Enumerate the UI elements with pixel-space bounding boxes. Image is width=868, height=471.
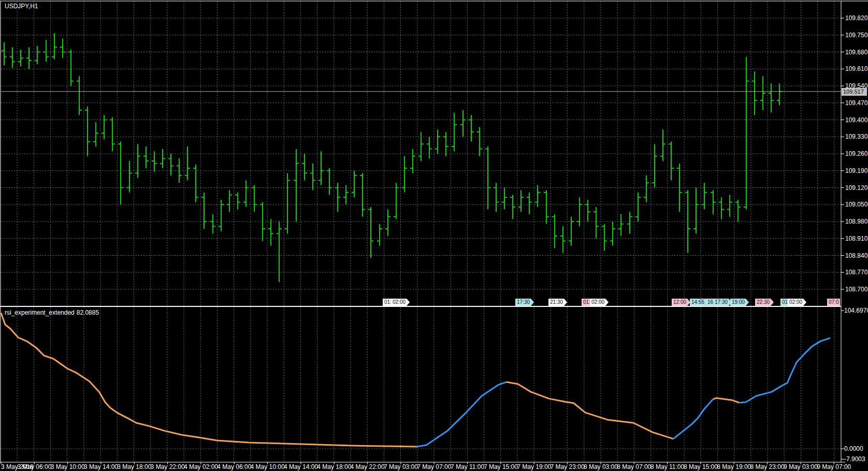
price-axis-label: 108.910 [845,235,867,242]
indicator-segment-blue [417,382,507,447]
indicator-line [1,313,830,447]
time-separator-badge: 02:00 [391,299,410,306]
time-axis-label: 4 May 18:00 [317,463,351,470]
time-axis-label: 9 May 07:00 [817,463,851,470]
time-axis-label: 7 May 19:00 [517,463,551,470]
price-axis-label: 108.700 [845,286,867,293]
chart-canvas[interactable] [0,0,868,471]
time-axis-label: 3 May 22:00 [151,463,185,470]
grid [1,2,841,462]
indicator-axis-label: 0.0000 [844,445,863,452]
price-axis-label: 109.610 [845,65,867,72]
time-separator-badge: 07:0 [827,299,840,306]
indicator-current-value: 82.0885 [77,309,99,316]
time-separator-badge: 12:00 [672,299,690,306]
time-separator-badge: 22:30 [755,299,774,306]
indicator-segment-blue [739,338,830,403]
price-axis-label: 108.770 [845,269,867,276]
time-axis-label: 7 May 07:00 [417,463,451,470]
time-axis-label: 8 May 19:00 [717,463,751,470]
indicator-segment-orange [1,313,417,447]
indicator-axis-label: -7.9003 [844,455,865,463]
time-axis-label: 4 May 14:00 [284,463,318,470]
time-axis-label: 9 May 03:00 [784,463,818,470]
time-axis-label: 8 May 11:00 [650,463,684,470]
time-axis-label: 7 May 23:00 [551,463,585,470]
time-axis-label: 8 May 03:00 [584,463,618,470]
price-axis-label: 109.260 [845,150,867,157]
time-axis-label: 8 May 15:00 [684,463,718,470]
time-axis-label: 4 May 02:00 [184,463,218,470]
time-axis-label: 3 May 14:00 [84,463,118,470]
time-axis-label: 7 May 15:00 [484,463,518,470]
time-axis-label: 7 May 03:00 [384,463,418,470]
indicator-segment-orange [713,398,739,403]
time-separator-badge: 17:30 [713,299,732,306]
chart-symbol-title: USDJPY,H1 [5,3,38,10]
time-separator-badge: 19:00 [730,299,749,306]
time-axis-label: 8 May 23:00 [750,463,785,470]
price-axis-label: 109.330 [845,133,867,140]
price-axis-label: 109.120 [845,184,867,192]
current-price-badge: 109.517 [842,88,867,96]
indicator-segment-blue [673,399,713,439]
price-axis-label: 109.820 [845,14,867,22]
indicator-label: rsi_experiment_extended82.0885 [5,309,101,316]
indicator-axis-label: 104.6970 [844,307,868,314]
price-axis-label: 109.400 [845,116,867,124]
time-axis-label: 3 May 18:00 [117,463,151,470]
price-axis-label: 109.470 [845,99,867,107]
price-axis-label: 109.190 [845,167,867,174]
time-axis-label: 7 May 11:00 [451,463,484,470]
time-axis-label: 3 May 06:00 [17,463,51,470]
price-axis-label: 108.840 [845,252,867,259]
ohlc-bar-series [2,33,782,282]
time-axis-label: 4 May 10:00 [251,463,285,470]
time-axis-label: 3 May 10:00 [51,463,85,470]
price-axis-label: 109.680 [845,49,867,56]
time-axis-label: 4 May 22:00 [351,463,385,470]
time-separator-badge: 02:00 [788,299,806,306]
time-separator-badge: 21:30 [548,299,567,306]
price-axis-label: 109.750 [845,32,867,39]
time-separator-badge: 02:00 [590,299,609,306]
time-axis-label: 4 May 06:00 [217,463,251,470]
time-axis-label: 8 May 07:00 [617,463,651,470]
price-axis-label: 109.050 [845,201,867,208]
mt4-chart-window: USDJPY,H1 rsi_experiment_extended82.0885… [0,0,868,471]
indicator-segment-orange [507,382,673,439]
indicator-name: rsi_experiment_extended [5,309,75,316]
price-axis-label: 108.980 [845,218,867,225]
time-separator-badge: 17:30 [515,299,534,306]
